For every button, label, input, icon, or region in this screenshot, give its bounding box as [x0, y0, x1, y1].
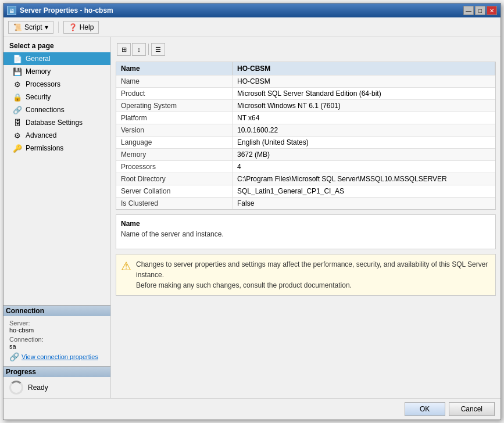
table-row[interactable]: Language English (United States) — [116, 136, 495, 148]
sidebar: Select a page 📄 General 💾 Memory ⚙ Proce… — [3, 37, 111, 398]
right-panel: ⊞ ↕ ☰ Name HO-CBSM Name HO-CBSM Product … — [111, 37, 501, 398]
window-icon: 🖥 — [7, 6, 16, 15]
link-icon: 🔗 — [9, 352, 19, 361]
footer-bar: OK Cancel — [3, 398, 501, 420]
warning-text: Changes to server properties and setting… — [136, 259, 491, 291]
progress-section: Progress Ready — [3, 366, 110, 398]
prop-value: C:\Program Files\Microsoft SQL Server\MS… — [233, 173, 495, 185]
connection-title: Connection — [3, 306, 110, 316]
table-row[interactable]: Name HO-CBSM — [116, 75, 495, 87]
title-bar-left: 🖥 Server Properties - ho-cbsm — [7, 6, 113, 15]
table-row[interactable]: Platform NT x64 — [116, 112, 495, 124]
script-dropdown-icon: ▾ — [45, 23, 48, 31]
prop-value: HO-CBSM — [233, 76, 495, 87]
script-icon: 📜 — [13, 23, 22, 31]
warning-icon: ⚠ — [121, 259, 131, 273]
toolbar: 📜 Script ▾ ❓ Help — [3, 17, 501, 37]
sidebar-item-processors[interactable]: ⚙ Processors — [3, 78, 110, 91]
prop-value: SQL_Latin1_General_CP1_CI_AS — [233, 185, 495, 197]
prop-name: Version — [116, 124, 233, 136]
advanced-icon: ⚙ — [13, 131, 22, 140]
table-row[interactable]: Server Collation SQL_Latin1_General_CP1_… — [116, 185, 495, 197]
window-title: Server Properties - ho-cbsm — [20, 6, 113, 15]
script-label: Script — [24, 23, 42, 31]
table-row[interactable]: Version 10.0.1600.22 — [116, 124, 495, 136]
processors-icon: ⚙ — [13, 80, 22, 89]
maximize-button[interactable]: □ — [475, 6, 485, 15]
memory-icon: 💾 — [13, 67, 22, 76]
properties-table: Name HO-CBSM Name HO-CBSM Product Micros… — [116, 62, 496, 210]
sidebar-item-memory[interactable]: 💾 Memory — [3, 65, 110, 78]
connection-value: sa — [9, 343, 105, 350]
connections-icon: 🔗 — [13, 105, 22, 114]
help-button[interactable]: ❓ Help — [63, 21, 99, 34]
script-button[interactable]: 📜 Script ▾ — [8, 21, 53, 34]
table-row[interactable]: Product Microsoft SQL Server Standard Ed… — [116, 87, 495, 99]
prop-value: NT x64 — [233, 112, 495, 124]
sidebar-item-connections[interactable]: 🔗 Connections — [3, 103, 110, 116]
prop-value: 10.0.1600.22 — [233, 124, 495, 136]
description-title: Name — [121, 220, 491, 228]
security-icon: 🔒 — [13, 92, 22, 102]
table-header-row: Name HO-CBSM — [116, 62, 495, 75]
sidebar-header: Select a page — [3, 37, 110, 52]
progress-status: Ready — [28, 383, 48, 392]
title-bar-buttons: — □ ✕ — [463, 6, 497, 15]
table-row[interactable]: Is Clustered False — [116, 197, 495, 209]
prop-value: Microsoft SQL Server Standard Edition (6… — [233, 88, 495, 99]
minimize-button[interactable]: — — [463, 6, 474, 15]
panel-btn-list[interactable]: ☰ — [151, 43, 165, 56]
connection-section: Connection Server: ho-cbsm Connection: s… — [3, 305, 110, 366]
connection-label: Connection: — [9, 336, 105, 343]
table-row[interactable]: Processors 4 — [116, 160, 495, 173]
table-row[interactable]: Memory 3672 (MB) — [116, 148, 495, 160]
server-value: ho-cbsm — [9, 327, 105, 334]
prop-name: Root Directory — [116, 173, 233, 185]
panel-btn-sort[interactable]: ↕ — [132, 43, 146, 56]
sidebar-item-permissions[interactable]: 🔑 Permissions — [3, 142, 110, 155]
description-box: Name Name of the server and instance. — [116, 214, 496, 249]
sidebar-item-label-permissions: Permissions — [26, 144, 63, 152]
table-row[interactable]: Root Directory C:\Program Files\Microsof… — [116, 173, 495, 185]
sidebar-item-label-general: General — [26, 55, 51, 63]
prop-value: False — [233, 198, 495, 209]
table-body: Name HO-CBSM Product Microsoft SQL Serve… — [116, 75, 495, 209]
table-row[interactable]: Operating System Microsoft Windows NT 6.… — [116, 99, 495, 112]
prop-value: English (United States) — [233, 137, 495, 148]
main-content: Select a page 📄 General 💾 Memory ⚙ Proce… — [3, 37, 501, 398]
help-label: Help — [80, 23, 94, 31]
sidebar-item-label-memory: Memory — [26, 67, 51, 76]
prop-name: Memory — [116, 149, 233, 160]
prop-value: 3672 (MB) — [233, 149, 495, 160]
toolbar-separator — [58, 21, 59, 33]
close-button[interactable]: ✕ — [487, 6, 497, 15]
title-bar: 🖥 Server Properties - ho-cbsm — □ ✕ — [3, 3, 501, 17]
sidebar-item-label-database-settings: Database Settings — [26, 119, 83, 127]
ok-button[interactable]: OK — [405, 402, 445, 416]
prop-name: Name — [116, 76, 233, 87]
sidebar-item-security[interactable]: 🔒 Security — [3, 91, 110, 103]
prop-value: Microsoft Windows NT 6.1 (7601) — [233, 100, 495, 112]
col-header-value: HO-CBSM — [233, 62, 495, 75]
panel-toolbar: ⊞ ↕ ☰ — [116, 42, 496, 57]
permissions-icon: 🔑 — [13, 144, 22, 153]
server-label: Server: — [9, 320, 105, 327]
panel-toolbar-separator — [148, 44, 149, 55]
prop-name: Product — [116, 88, 233, 99]
prop-name: Operating System — [116, 100, 233, 112]
sidebar-item-label-advanced: Advanced — [26, 131, 56, 139]
progress-spinner — [9, 381, 23, 395]
view-connection-properties-link[interactable]: View connection properties — [22, 353, 98, 360]
sidebar-item-database-settings[interactable]: 🗄 Database Settings — [3, 116, 110, 129]
prop-name: Language — [116, 137, 233, 148]
sidebar-item-general[interactable]: 📄 General — [3, 52, 110, 65]
prop-name: Platform — [116, 112, 233, 124]
cancel-button[interactable]: Cancel — [449, 402, 495, 416]
database-settings-icon: 🗄 — [13, 118, 22, 127]
progress-content: Ready — [9, 381, 105, 395]
panel-btn-grid[interactable]: ⊞ — [117, 43, 131, 56]
sidebar-item-advanced[interactable]: ⚙ Advanced — [3, 129, 110, 142]
help-icon: ❓ — [69, 23, 77, 31]
prop-name: Is Clustered — [116, 198, 233, 209]
description-text: Name of the server and instance. — [121, 230, 491, 238]
